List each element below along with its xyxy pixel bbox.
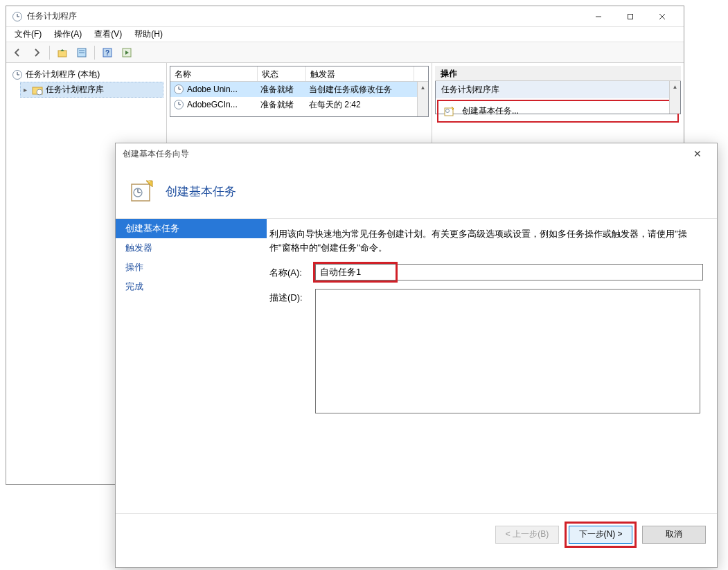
window-title: 任务计划程序 xyxy=(27,10,583,22)
menubar: 文件(F) 操作(A) 查看(V) 帮助(H) xyxy=(6,27,684,42)
properties-button[interactable] xyxy=(73,44,90,61)
action-group-header[interactable]: 任务计划程序库 ▴ xyxy=(436,81,680,98)
run-button[interactable] xyxy=(118,44,135,61)
cell-trigger: 当创建任务或修改任务 xyxy=(306,82,414,97)
task-wizard-icon xyxy=(444,106,455,117)
clock-icon xyxy=(12,69,23,80)
wizard-title: 创建基本任务向导 xyxy=(123,148,685,160)
cell-status: 准备就绪 xyxy=(258,82,306,97)
svg-rect-7 xyxy=(58,51,66,57)
col-trigger[interactable]: 触发器 xyxy=(306,66,414,81)
wizard-footer: < 上一步(B) 下一步(N) > 取消 xyxy=(116,513,717,555)
svg-text:?: ? xyxy=(105,49,109,57)
tree-library[interactable]: ▸ 任务计划程序库 xyxy=(20,82,163,98)
scroll-up-icon[interactable]: ▲ xyxy=(670,81,680,92)
action-label: 创建基本任务... xyxy=(462,105,519,117)
close-button[interactable] xyxy=(646,7,678,26)
cell-status: 准备就绪 xyxy=(258,98,306,112)
action-group-label: 任务计划程序库 xyxy=(441,84,499,96)
step-action[interactable]: 操作 xyxy=(116,258,267,277)
step-basic[interactable]: 创建基本任务 xyxy=(116,219,267,238)
scrollbar[interactable]: ▲ xyxy=(669,81,680,114)
scroll-up-icon[interactable]: ▲ xyxy=(418,82,428,93)
tree-root-label: 任务计划程序 (本地) xyxy=(26,69,100,80)
clock-icon xyxy=(173,84,184,95)
folder-clock-icon xyxy=(32,84,43,96)
wizard-steps: 创建基本任务 触发器 操作 完成 xyxy=(116,219,267,513)
create-basic-task-action[interactable]: 创建基本任务... xyxy=(437,100,679,123)
wizard-header: 创建基本任务 xyxy=(116,164,717,218)
svg-point-18 xyxy=(37,89,42,95)
wizard-form: 利用该向导快速地为常见任务创建计划。有关更多高级选项或设置，例如多任务操作或触发… xyxy=(267,219,717,513)
maximize-button[interactable] xyxy=(614,7,646,26)
menu-help[interactable]: 帮助(H) xyxy=(129,27,168,42)
close-button[interactable]: ✕ xyxy=(685,148,710,159)
titlebar[interactable]: 任务计划程序 xyxy=(6,6,684,27)
forward-button[interactable] xyxy=(28,44,45,61)
scrollbar[interactable]: ▲ xyxy=(417,82,428,116)
svg-point-26 xyxy=(446,109,450,112)
clock-icon xyxy=(173,99,184,110)
name-field[interactable] xyxy=(315,264,703,280)
wizard-dialog: 创建基本任务向导 ✕ 创建基本任务 创建基本任务 触发器 操作 完成 利用该向导… xyxy=(115,143,718,568)
chevron-right-icon[interactable]: ▸ xyxy=(24,86,32,93)
menu-view[interactable]: 查看(V) xyxy=(89,27,127,42)
wizard-titlebar[interactable]: 创建基本任务向导 ✕ xyxy=(116,143,717,164)
name-label: 名称(A): xyxy=(269,264,315,279)
cell-name: AdobeGCIn... xyxy=(187,100,238,109)
table-row[interactable]: AdobeGCIn... 准备就绪 在每天的 2:42 xyxy=(170,97,428,112)
help-button[interactable]: ? xyxy=(99,44,116,61)
task-table: 名称 状态 触发器 Adobe Unin... 准备就绪 当创建任务或修改任务 xyxy=(170,66,429,117)
actions-header: 操作 xyxy=(435,66,681,81)
minimize-button[interactable] xyxy=(583,7,614,26)
description-label: 描述(D): xyxy=(269,289,315,304)
back-button: < 上一步(B) xyxy=(495,526,559,544)
tree-root[interactable]: 任务计划程序 (本地) xyxy=(9,67,163,82)
cell-name: Adobe Unin... xyxy=(187,84,238,94)
toolbar: ? xyxy=(6,42,684,63)
svg-rect-4 xyxy=(628,14,633,19)
back-button[interactable] xyxy=(9,44,26,61)
wizard-header-title: 创建基本任务 xyxy=(166,184,236,199)
menu-file[interactable]: 文件(F) xyxy=(9,27,47,42)
clock-icon xyxy=(12,11,23,22)
tree-library-label: 任务计划程序库 xyxy=(46,84,104,96)
task-wizard-icon xyxy=(130,179,154,204)
cancel-button[interactable]: 取消 xyxy=(642,526,706,544)
col-name[interactable]: 名称 xyxy=(170,66,258,81)
step-trigger[interactable]: 触发器 xyxy=(116,238,267,258)
up-folder-button[interactable] xyxy=(54,44,71,61)
table-row[interactable]: Adobe Unin... 准备就绪 当创建任务或修改任务 xyxy=(170,82,428,97)
description-field[interactable] xyxy=(315,289,700,413)
col-status[interactable]: 状态 xyxy=(258,66,306,81)
wizard-description: 利用该向导快速地为常见任务创建计划。有关更多高级选项或设置，例如多任务操作或触发… xyxy=(269,227,703,254)
cell-trigger: 在每天的 2:42 xyxy=(306,98,414,112)
menu-action[interactable]: 操作(A) xyxy=(48,27,87,42)
step-finish[interactable]: 完成 xyxy=(116,277,267,296)
next-highlight-box: 下一步(N) > xyxy=(565,522,637,548)
next-button[interactable]: 下一步(N) > xyxy=(569,526,632,544)
